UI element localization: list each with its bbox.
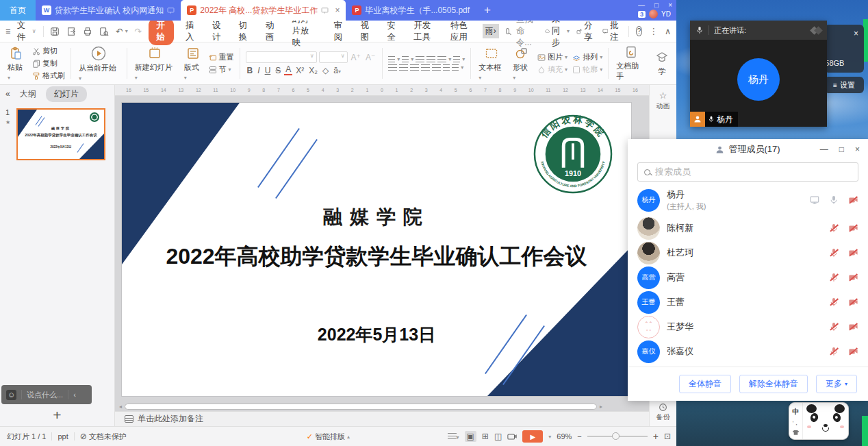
bullet-list-icon[interactable] bbox=[388, 56, 395, 62]
zoom-slider[interactable] bbox=[587, 436, 648, 437]
redo-button[interactable]: ↷ bbox=[135, 26, 142, 36]
maximize-icon[interactable]: □ bbox=[654, 1, 659, 9]
text-box-button[interactable]: 文本框▾ bbox=[476, 47, 506, 81]
close-tab-icon[interactable]: × bbox=[335, 5, 340, 15]
new-slide-button[interactable]: 新建幻灯片▾ bbox=[133, 47, 177, 81]
member-row[interactable]: 杨丹 杨丹 (主持人, 我) bbox=[628, 184, 868, 216]
text-direction-icon[interactable] bbox=[437, 56, 446, 62]
close-panel-icon[interactable]: × bbox=[855, 145, 860, 154]
mic-off-icon[interactable] bbox=[829, 322, 839, 332]
tab-pdf-doc[interactable]: P 毕业离校学生（手...0505.pdf bbox=[346, 0, 476, 21]
close-icon[interactable]: × bbox=[668, 1, 672, 9]
print-preview-icon[interactable] bbox=[99, 27, 109, 36]
font-size-combo[interactable] bbox=[319, 51, 348, 63]
camera-off-icon[interactable] bbox=[848, 223, 858, 233]
input-method-bar[interactable]: 中 '， bbox=[789, 402, 849, 440]
copy-button[interactable]: 复制 bbox=[32, 58, 65, 69]
mic-off-icon[interactable] bbox=[829, 347, 839, 356]
justify-icon[interactable] bbox=[421, 64, 430, 71]
horizontal-scrollbar[interactable]: ◂ ▸ bbox=[115, 401, 649, 411]
collapse-panel-button[interactable]: « bbox=[5, 89, 10, 99]
print-icon[interactable] bbox=[83, 27, 92, 36]
share-button[interactable]: 分享 bbox=[576, 20, 596, 43]
minimize-panel-icon[interactable]: — bbox=[820, 145, 828, 154]
outline-button[interactable]: 轮廓▾ bbox=[572, 64, 602, 75]
font-decrease-button[interactable]: A⁻ bbox=[364, 53, 376, 62]
mute-all-button[interactable]: 全体静音 bbox=[679, 375, 731, 393]
more-menu-icon[interactable]: ⋮ bbox=[649, 26, 658, 36]
camera-off-icon[interactable] bbox=[848, 297, 858, 307]
scroll-right-icon[interactable]: ▸ bbox=[600, 404, 602, 410]
backup-button[interactable]: 备份 bbox=[650, 403, 676, 422]
unmute-all-button[interactable]: 解除全体静音 bbox=[739, 375, 808, 393]
tab-word-doc[interactable]: W 贷款学生毕业确认 校内网通知 bbox=[36, 0, 181, 21]
file-menu[interactable]: ≡ 文件 ∨ bbox=[5, 20, 36, 43]
paragraph-spacing-icon[interactable] bbox=[452, 64, 459, 71]
camera-off-icon[interactable] bbox=[848, 347, 858, 356]
zoom-level[interactable]: 69% bbox=[557, 432, 572, 441]
maximize-panel-icon[interactable]: □ bbox=[839, 145, 844, 154]
fill-button[interactable]: 填充▾ bbox=[537, 64, 567, 75]
doc-assistant-button[interactable]: 文档助手 bbox=[614, 45, 648, 82]
chat-collapse-icon[interactable]: ‹ bbox=[73, 391, 76, 399]
mic-on-icon[interactable] bbox=[829, 195, 839, 205]
italic-button[interactable]: I bbox=[256, 66, 261, 75]
ime-punctuation-icon[interactable]: '， bbox=[793, 419, 800, 427]
menu-item-transition[interactable]: 切换 bbox=[234, 18, 254, 45]
minimize-icon[interactable]: — bbox=[638, 1, 645, 9]
save-icon[interactable] bbox=[50, 27, 60, 36]
tab-ppt-active[interactable]: P 2022年 高校...贷款学生毕业工作 × bbox=[181, 0, 346, 21]
distribute-icon[interactable] bbox=[432, 64, 441, 71]
font-increase-button[interactable]: A⁺ bbox=[350, 53, 362, 62]
picture-button[interactable]: 图片▾ bbox=[537, 52, 567, 62]
meeting-chat-bar[interactable]: ☺ 说点什么... ‹ bbox=[1, 385, 92, 404]
clear-format-button[interactable]: ◇ bbox=[321, 66, 330, 75]
notes-placeholder[interactable]: 单击此处添加备注 bbox=[138, 413, 203, 425]
line-spacing-icon[interactable] bbox=[443, 64, 450, 71]
slide-college-text[interactable]: 融媒学院 bbox=[122, 204, 631, 230]
menu-item-devtools[interactable]: 开发工具 bbox=[409, 18, 439, 45]
zoom-in-button[interactable]: + bbox=[653, 431, 659, 442]
section-button[interactable]: 节▾ bbox=[209, 64, 234, 75]
mic-off-icon[interactable] bbox=[829, 248, 839, 258]
emoji-icon[interactable]: ☺ bbox=[6, 390, 16, 400]
projector-view-icon[interactable] bbox=[507, 432, 517, 441]
menu-item-security[interactable]: 安全 bbox=[382, 18, 402, 45]
member-search-input[interactable]: 搜索成员 bbox=[637, 162, 858, 182]
slide-title-text[interactable]: 2022年高校助学贷款学生毕业确认工作会议 bbox=[122, 242, 631, 272]
help-icon[interactable]: ? bbox=[636, 26, 643, 36]
ime-mode-strip[interactable]: 中 '， bbox=[789, 403, 803, 439]
scroll-left-icon[interactable]: ◂ bbox=[119, 404, 122, 410]
increase-indent-icon[interactable] bbox=[426, 56, 435, 62]
strikethrough-button[interactable]: S bbox=[274, 66, 282, 75]
align-right-icon[interactable] bbox=[410, 64, 419, 71]
more-button[interactable]: 更多▾ bbox=[816, 375, 857, 393]
arrange-button[interactable]: 排列▾ bbox=[572, 52, 602, 62]
subscript-button[interactable]: X₂ bbox=[307, 66, 319, 75]
screen-share-icon[interactable] bbox=[810, 195, 819, 205]
numbered-list-icon[interactable] bbox=[402, 56, 409, 62]
decrease-indent-icon[interactable] bbox=[416, 56, 424, 62]
member-row[interactable]: 嘉仪 张嘉仪 bbox=[628, 339, 868, 364]
scrollbar-thumb[interactable] bbox=[125, 404, 597, 410]
align-left-icon[interactable] bbox=[388, 64, 397, 71]
paste-button[interactable]: 粘贴▾ bbox=[5, 47, 27, 81]
notes-bar[interactable]: 单击此处添加备注 bbox=[115, 411, 649, 426]
slide-canvas[interactable]: 信阳农林学院 XINYANG AGRICULTURE AND FORESTRY … bbox=[115, 96, 649, 401]
zoom-slider-knob[interactable] bbox=[612, 432, 620, 440]
format-painter-button[interactable]: 格式刷 bbox=[32, 71, 65, 81]
menu-item-special-apps[interactable]: 特色应用 bbox=[446, 18, 476, 45]
smart-layout-button[interactable]: ✓智能排版▴ bbox=[307, 432, 350, 442]
learn-button[interactable]: 学 bbox=[653, 51, 671, 77]
align-center-icon[interactable] bbox=[399, 64, 408, 71]
collapse-ribbon-icon[interactable]: ∧ bbox=[665, 26, 671, 36]
menu-item-insert[interactable]: 插入 bbox=[181, 18, 201, 45]
comment-button[interactable]: 批注 bbox=[602, 20, 622, 43]
camera-off-icon[interactable] bbox=[848, 195, 858, 205]
menu-item-home[interactable]: 开始 bbox=[149, 18, 174, 45]
meeting-settings-button[interactable]: ≡设置 bbox=[824, 77, 864, 93]
undo-button[interactable]: ↶▾ bbox=[116, 26, 128, 36]
mic-off-icon[interactable] bbox=[829, 273, 839, 282]
slide-date-text[interactable]: 2022年5月13日 bbox=[122, 323, 631, 346]
member-row[interactable]: 陈柯新 bbox=[628, 216, 868, 240]
